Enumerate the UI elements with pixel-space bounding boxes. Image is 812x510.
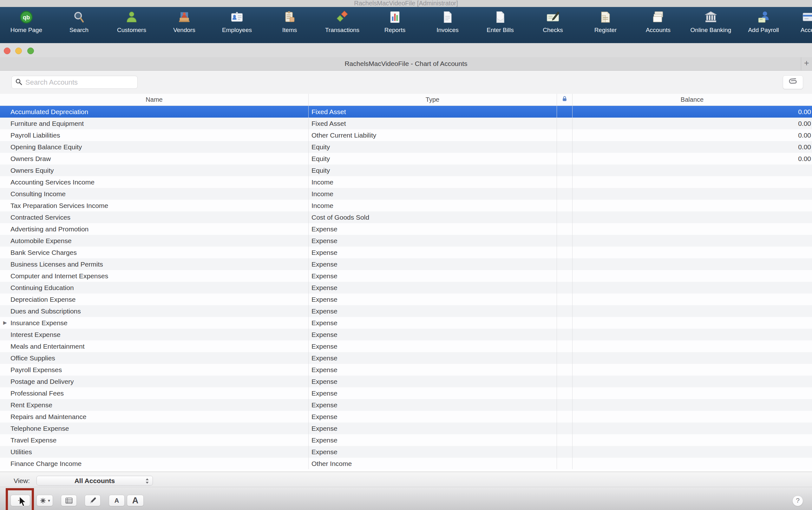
- table-row-contracted-services[interactable]: Contracted ServicesCost of Goods Sold: [0, 211, 812, 223]
- account-name: Dues and Subscriptions: [0, 305, 308, 317]
- font-larger-button[interactable]: A: [127, 495, 144, 506]
- column-header-balance[interactable]: Balance: [572, 94, 812, 106]
- lock-cell: [557, 387, 572, 399]
- toolbar-item-vendors[interactable]: Vendors: [158, 7, 211, 43]
- table-row-postage-and-delivery[interactable]: Postage and DeliveryExpense: [0, 376, 812, 387]
- toolbar-item-accounts[interactable]: Accounts: [632, 7, 685, 43]
- close-window-button[interactable]: [4, 48, 10, 54]
- table-row-finance-charge-income[interactable]: Finance Charge IncomeOther Income: [0, 458, 812, 470]
- font-smaller-button[interactable]: A: [109, 495, 125, 506]
- table-row-professional-fees[interactable]: Professional FeesExpense: [0, 387, 812, 399]
- table-row-rent-expense[interactable]: Rent ExpenseExpense: [0, 399, 812, 411]
- table-row-owners-draw[interactable]: Owners DrawEquity0.00: [0, 153, 812, 164]
- toolbar-item-home-page[interactable]: qbHome Page: [0, 7, 53, 43]
- table-row-travel-expense[interactable]: Travel ExpenseExpense: [0, 434, 812, 446]
- fullscreen-window-button[interactable]: [27, 48, 34, 54]
- toolbar-item-items[interactable]: Items: [263, 7, 316, 43]
- table-row-opening-balance-equity[interactable]: Opening Balance EquityEquity0.00: [0, 141, 812, 153]
- table-row-automobile-expense[interactable]: Automobile ExpenseExpense: [0, 235, 812, 247]
- toolbar-item-label: Employees: [222, 27, 252, 34]
- table-row-payroll-liabilities[interactable]: Payroll LiabilitiesOther Current Liabili…: [0, 129, 812, 141]
- toolbar-item-accep[interactable]: Accep: [790, 7, 812, 43]
- toolbar-item-add-payroll[interactable]: Add Payroll: [737, 7, 790, 43]
- quickbooks-screen: RachelsMacVideoFile [Administrator] qbHo…: [0, 0, 812, 510]
- toolbar-item-label: Checks: [543, 27, 563, 34]
- table-row-office-supplies[interactable]: Office SuppliesExpense: [0, 352, 812, 364]
- account-name: Depreciation Expense: [0, 294, 308, 305]
- table-row-consulting-income[interactable]: Consulting IncomeIncome: [0, 188, 812, 200]
- toolbar-item-transactions[interactable]: Transactions: [316, 7, 369, 43]
- account-name: Owners Equity: [0, 164, 308, 176]
- lock-cell: [557, 106, 572, 118]
- minimize-window-button[interactable]: [15, 48, 22, 54]
- open-register-button[interactable]: [61, 495, 77, 506]
- toolbar-item-employees[interactable]: Employees: [211, 7, 263, 43]
- toolbar-item-enter-bills[interactable]: Enter Bills: [474, 7, 526, 43]
- column-header-lock[interactable]: [557, 94, 572, 106]
- paperclip-icon: [788, 77, 798, 88]
- column-header-name[interactable]: Name: [0, 94, 308, 106]
- account-name: ▶Insurance Expense: [0, 317, 308, 329]
- svg-text:qb: qb: [23, 14, 30, 21]
- table-row-tax-preparation-services-income[interactable]: Tax Preparation Services IncomeIncome: [0, 200, 812, 211]
- edit-account-button[interactable]: [85, 495, 100, 506]
- table-row-meals-and-entertainment[interactable]: Meals and EntertainmentExpense: [0, 340, 812, 352]
- table-row-computer-and-internet-expenses[interactable]: Computer and Internet ExpensesExpense: [0, 270, 812, 282]
- account-type: Expense: [308, 317, 557, 329]
- lock-cell: [557, 352, 572, 364]
- account-name: Bank Service Charges: [0, 247, 308, 258]
- toolbar-item-search[interactable]: Search: [53, 7, 105, 43]
- toolbar-item-label: Home Page: [10, 27, 42, 34]
- table-row-continuing-education[interactable]: Continuing EducationExpense: [0, 282, 812, 294]
- table-row-business-licenses-and-permits[interactable]: Business Licenses and PermitsExpense: [0, 258, 812, 270]
- account-type: Expense: [308, 235, 557, 247]
- account-name: Contracted Services: [0, 211, 308, 223]
- search-input[interactable]: Search Accounts: [11, 76, 138, 89]
- toolbar-item-checks[interactable]: Checks: [526, 7, 579, 43]
- table-row-furniture-and-equipment[interactable]: Furniture and EquipmentFixed Asset0.00: [0, 118, 812, 129]
- table-row-dues-and-subscriptions[interactable]: Dues and SubscriptionsExpense: [0, 305, 812, 317]
- table-row-depreciation-expense[interactable]: Depreciation ExpenseExpense: [0, 294, 812, 305]
- table-row-interest-expense[interactable]: Interest ExpenseExpense: [0, 329, 812, 340]
- table-row-owners-equity[interactable]: Owners EquityEquity: [0, 164, 812, 176]
- help-button[interactable]: ?: [792, 496, 803, 506]
- account-balance: [572, 434, 812, 446]
- lock-cell: [557, 434, 572, 446]
- employees-icon: [229, 8, 245, 26]
- gear-icon: ▾: [39, 497, 50, 504]
- toolbar-item-online-banking[interactable]: Online Banking: [685, 7, 737, 43]
- toolbar-item-register[interactable]: Register: [579, 7, 632, 43]
- account-balance: [572, 458, 812, 470]
- account-type: Expense: [308, 258, 557, 270]
- attachments-button[interactable]: [783, 76, 803, 89]
- account-actions-button[interactable]: ▾: [36, 495, 53, 506]
- column-divider: [557, 94, 557, 469]
- table-row-accounting-services-income[interactable]: Accounting Services IncomeIncome: [0, 176, 812, 188]
- register-icon: [598, 8, 613, 26]
- account-name: Computer and Internet Expenses: [0, 270, 308, 282]
- account-balance: [572, 317, 812, 329]
- toolbar-item-customers[interactable]: Customers: [105, 7, 158, 43]
- account-balance: 0.00: [572, 129, 812, 141]
- toolbar-item-invoices[interactable]: Invoices: [421, 7, 474, 43]
- column-header-type[interactable]: Type: [308, 94, 557, 106]
- toolbar-item-label: Register: [594, 27, 617, 34]
- toolbar-item-label: Reports: [384, 27, 406, 34]
- table-row-payroll-expenses[interactable]: Payroll ExpensesExpense: [0, 364, 812, 376]
- disclosure-triangle-icon[interactable]: ▶: [3, 317, 7, 329]
- new-tab-button[interactable]: +: [801, 57, 812, 70]
- table-row-utilities[interactable]: UtilitiesExpense: [0, 446, 812, 458]
- table-row-advertising-and-promotion[interactable]: Advertising and PromotionExpense: [0, 223, 812, 235]
- table-row-insurance-expense[interactable]: ▶Insurance ExpenseExpense: [0, 317, 812, 329]
- table-row-accumulated-depreciation[interactable]: Accumulated DepreciationFixed Asset0.00: [0, 106, 812, 118]
- table-row-bank-service-charges[interactable]: Bank Service ChargesExpense: [0, 247, 812, 258]
- account-balance: [572, 223, 812, 235]
- account-type: Expense: [308, 422, 557, 434]
- account-type: Equity: [308, 141, 557, 153]
- table-row-repairs-and-maintenance[interactable]: Repairs and MaintenanceExpense: [0, 411, 812, 422]
- view-dropdown[interactable]: All Accounts: [36, 476, 153, 486]
- table-row-telephone-expense[interactable]: Telephone ExpenseExpense: [0, 422, 812, 434]
- toolbar-item-reports[interactable]: Reports: [369, 7, 421, 43]
- account-type: Income: [308, 176, 557, 188]
- account-type: Expense: [308, 364, 557, 376]
